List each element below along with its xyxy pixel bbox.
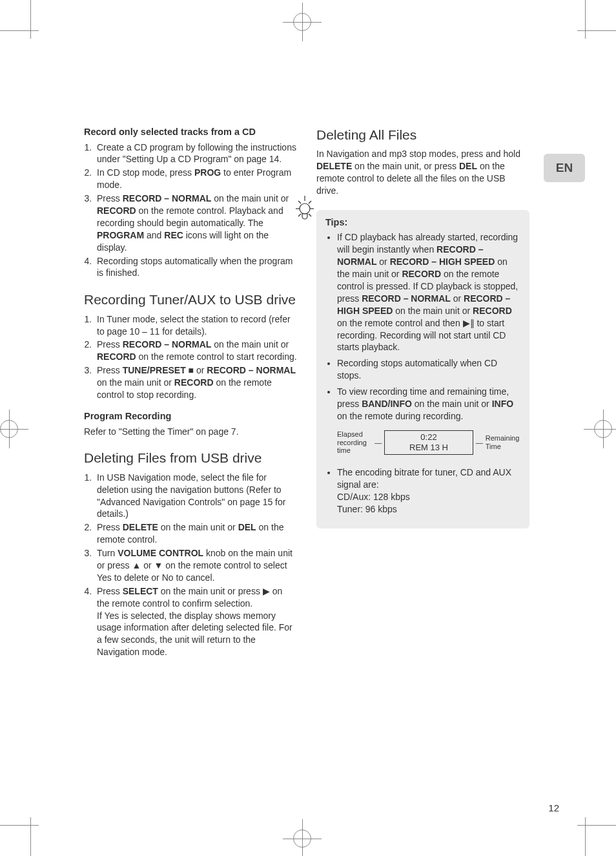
lcd-right-label: Remaining Time xyxy=(486,434,520,450)
deleting-all-text: In Navigation and mp3 stop modes, press … xyxy=(316,148,529,197)
text: Press xyxy=(97,522,123,532)
registration-mark-top xyxy=(293,13,311,31)
list-item: Press DELETE on the main unit or DEL on … xyxy=(94,521,297,546)
text: on the main unit, or press xyxy=(352,161,459,171)
text: or xyxy=(376,256,389,267)
connector-line: — xyxy=(375,438,382,448)
text: CD/Aux: 128 kbps xyxy=(337,492,410,502)
list-item: The encoding bitrate for tuner, CD and A… xyxy=(337,466,520,516)
connector-line: — xyxy=(476,438,483,448)
trim-mark xyxy=(30,0,31,39)
text: Press xyxy=(97,586,123,596)
language-tab: EN xyxy=(544,154,585,182)
key-label: RECORD xyxy=(174,377,214,388)
text: Recording stops automatically when the p… xyxy=(97,256,293,278)
tips-title: Tips: xyxy=(325,216,520,229)
text: In USB Navigation mode, select the file … xyxy=(97,472,285,519)
list-item: Press SELECT on the main unit or press ▶… xyxy=(94,585,297,658)
list-item: To view recording time and remaining tim… xyxy=(337,386,520,459)
svg-point-0 xyxy=(300,204,310,214)
lcd-line1: 0:22 xyxy=(389,432,468,443)
left-column: Record only selected tracks from a CD Cr… xyxy=(84,126,297,665)
recording-tuner-steps: In Tuner mode, select the station to rec… xyxy=(84,313,297,401)
text: If CD playback has already started, reco… xyxy=(337,232,518,255)
trim-mark xyxy=(30,817,31,856)
text: Tuner: 96 kbps xyxy=(337,504,397,514)
page-number: 12 xyxy=(548,802,559,813)
record-selected-steps: Create a CD program by following the ins… xyxy=(84,141,297,280)
text: In Navigation and mp3 stop modes, press … xyxy=(316,149,520,159)
text: on the main unit or xyxy=(211,193,289,204)
key-label: VOLUME CONTROL xyxy=(118,548,203,558)
tips-list: If CD playback has already started, reco… xyxy=(325,231,520,515)
list-item: Press RECORD – NORMAL on the main unit o… xyxy=(94,193,297,253)
key-label: DELETE xyxy=(123,522,158,532)
key-label: DELETE xyxy=(316,161,352,171)
key-label: RECORD – NORMAL xyxy=(207,365,296,375)
heading-recording-tuner: Recording Tuner/AUX to USB drive xyxy=(84,291,297,309)
text: If Yes is selected, the display shows me… xyxy=(97,611,293,658)
text: Press xyxy=(97,365,123,375)
key-label: RECORD – NORMAL xyxy=(123,193,212,204)
lightbulb-icon xyxy=(292,191,318,224)
text: Press xyxy=(97,193,123,204)
text: Recording stops automatically when CD st… xyxy=(337,358,497,381)
list-item: Press TUNE/PRESET ■ or RECORD – NORMAL o… xyxy=(94,364,297,401)
text: on the main unit or xyxy=(393,306,473,316)
svg-line-6 xyxy=(298,214,301,216)
key-label: PROGRAM xyxy=(97,230,144,240)
trim-mark xyxy=(0,30,39,31)
registration-mark-left xyxy=(0,420,18,438)
trim-mark xyxy=(0,825,39,826)
heading-program-recording: Program Recording xyxy=(84,410,297,423)
key-label: RECORD – NORMAL xyxy=(123,339,212,350)
svg-line-5 xyxy=(309,201,311,204)
key-label: RECORD – HIGH SPEED xyxy=(390,256,495,267)
text: Press xyxy=(97,339,123,350)
list-item: In Tuner mode, select the station to rec… xyxy=(94,313,297,338)
heading-record-selected: Record only selected tracks from a CD xyxy=(84,126,297,139)
page-content: Record only selected tracks from a CD Cr… xyxy=(84,126,549,665)
tips-box: Tips: If CD playback has already started… xyxy=(316,210,529,528)
list-item: Recording stops automatically when the p… xyxy=(94,255,297,280)
text: on the remote control and then ▶∥ to sta… xyxy=(337,318,506,353)
text: The encoding bitrate for tuner, CD and A… xyxy=(337,467,511,490)
registration-mark-right xyxy=(594,420,612,438)
key-label: BAND/INFO xyxy=(362,399,412,409)
heading-deleting-files: Deleting Files from USB drive xyxy=(84,449,297,467)
lcd-left-label: Elapsed recording time xyxy=(337,430,372,455)
list-item: In CD stop mode, press PROG to enter Pro… xyxy=(94,167,297,191)
text: on the main unit or xyxy=(412,399,492,409)
key-label: RECORD – NORMAL xyxy=(362,293,451,304)
right-column: Deleting All Files In Navigation and mp3… xyxy=(316,126,529,665)
program-recording-text: Refer to "Setting the Timer" on page 7. xyxy=(84,426,297,438)
registration-mark-bottom xyxy=(293,830,311,848)
list-item: Turn VOLUME CONTROL knob on the main uni… xyxy=(94,547,297,584)
trim-mark xyxy=(577,825,616,826)
lcd-screen: 0:22 REM 13 H xyxy=(384,430,473,455)
text: on the remote control to start recording… xyxy=(136,351,297,362)
trim-mark xyxy=(585,817,586,856)
key-label: DEL xyxy=(459,161,477,171)
key-label: RECORD xyxy=(97,351,136,362)
lcd-diagram: Elapsed recording time — 0:22 REM 13 H —… xyxy=(337,426,520,459)
key-label: DEL xyxy=(238,522,256,532)
heading-deleting-all: Deleting All Files xyxy=(316,126,529,144)
key-label: RECORD xyxy=(473,306,512,316)
list-item: Create a CD program by following the ins… xyxy=(94,141,297,166)
text: ■ or xyxy=(186,365,207,375)
key-label: SELECT xyxy=(123,586,158,596)
trim-mark xyxy=(577,30,616,31)
key-label: RECORD xyxy=(97,205,136,216)
text: and xyxy=(144,230,164,240)
key-label: PROG xyxy=(194,167,221,178)
text: In CD stop mode, press xyxy=(97,167,194,178)
text: In Tuner mode, select the station to rec… xyxy=(97,314,291,337)
key-label: RECORD xyxy=(402,269,441,279)
lcd-line2: REM 13 H xyxy=(389,443,468,453)
list-item: Recording stops automatically when CD st… xyxy=(337,357,520,382)
list-item: Press RECORD – NORMAL on the main unit o… xyxy=(94,339,297,363)
text: Turn xyxy=(97,548,118,558)
text: or xyxy=(451,293,464,304)
deleting-files-steps: In USB Navigation mode, select the file … xyxy=(84,472,297,658)
